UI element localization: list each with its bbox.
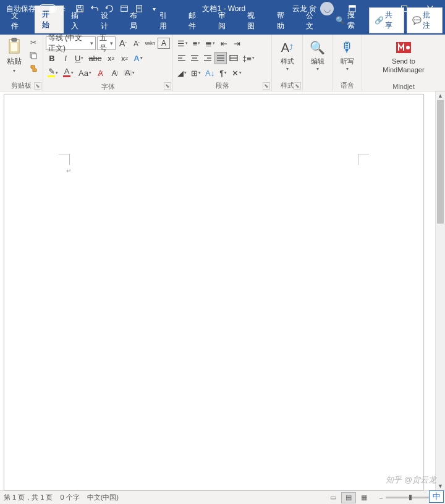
- comments-button[interactable]: 💬批注: [407, 7, 443, 33]
- save-icon[interactable]: [73, 2, 87, 15]
- distributed-icon[interactable]: [227, 52, 240, 64]
- text-effects-icon[interactable]: A▾: [132, 52, 144, 64]
- paragraph-mark-icon: ↵: [66, 167, 71, 174]
- show-marks-icon[interactable]: ¶▾: [217, 67, 229, 79]
- page-viewport[interactable]: ↵: [0, 91, 435, 490]
- launcher-icon[interactable]: ⬊: [294, 82, 301, 90]
- redo-icon[interactable]: [103, 2, 116, 15]
- group-clipboard: 粘贴 ▾ ✂ 剪贴板 ⬊: [0, 35, 43, 91]
- grow-font-icon[interactable]: Aˆ: [117, 37, 129, 49]
- shading-icon[interactable]: ◢▾: [176, 67, 189, 79]
- highlight-icon[interactable]: ✎▾: [46, 67, 60, 79]
- tab-review[interactable]: 审阅: [211, 7, 240, 35]
- bullets-icon[interactable]: ☰▾: [176, 37, 190, 49]
- clear-formatting-icon[interactable]: A̷: [95, 67, 107, 79]
- svg-rect-16: [11, 43, 18, 52]
- character-border-icon[interactable]: A: [158, 38, 170, 49]
- zoom-track[interactable]: [386, 497, 435, 498]
- decrease-indent-icon[interactable]: ⇤: [218, 37, 230, 49]
- chevron-down-icon: ▾: [346, 66, 349, 72]
- tab-mailings[interactable]: 邮件: [181, 7, 211, 35]
- cut-icon[interactable]: ✂: [27, 36, 40, 49]
- launcher-icon[interactable]: ⬊: [34, 82, 41, 90]
- tab-search[interactable]: 🔍 搜索: [328, 6, 369, 35]
- qat-btn-4[interactable]: [117, 2, 131, 15]
- tab-file[interactable]: 文件: [2, 7, 35, 35]
- read-mode-icon[interactable]: ▭: [326, 492, 341, 503]
- dictate-button[interactable]: 🎙 听写 ▾: [334, 36, 361, 72]
- svg-rect-2: [78, 9, 82, 12]
- status-language[interactable]: 中文(中国): [87, 493, 119, 502]
- format-painter-icon[interactable]: [27, 62, 40, 75]
- font-name-combo[interactable]: 等线 (中文正文)▾: [46, 36, 96, 50]
- print-layout-icon[interactable]: ▤: [341, 492, 356, 503]
- send-to-mindmanager-button[interactable]: Send to MindManager: [376, 36, 431, 74]
- ime-badge[interactable]: 中: [429, 490, 444, 503]
- asian-layout-icon[interactable]: ✕▾: [230, 67, 244, 79]
- chevron-down-icon: ▾: [316, 66, 319, 72]
- qat-btn-5[interactable]: [132, 2, 146, 15]
- scroll-up-icon[interactable]: ▲: [436, 91, 445, 100]
- status-word-count[interactable]: 0 个字: [60, 493, 79, 502]
- group-label-mindjet: Mindjet: [365, 82, 443, 91]
- status-page[interactable]: 第 1 页，共 1 页: [4, 493, 53, 502]
- subscript-button[interactable]: x2: [104, 52, 117, 64]
- align-left-icon[interactable]: [176, 52, 188, 64]
- web-layout-icon[interactable]: ▦: [357, 492, 371, 503]
- margin-corner-tl: [59, 154, 70, 165]
- mindmanager-icon: [395, 39, 412, 56]
- shrink-font-icon[interactable]: Aˇ: [130, 37, 143, 49]
- qat-customize-icon[interactable]: ▾: [147, 2, 161, 15]
- font-size-combo[interactable]: 五号▾: [97, 36, 116, 50]
- ribbon: 粘贴 ▾ ✂ 剪贴板 ⬊ 等线 (中文正文)▾ 五号▾ Aˆ Aˇ wén A: [0, 35, 445, 91]
- font-color-icon[interactable]: A▾: [61, 67, 75, 79]
- superscript-button[interactable]: x2: [118, 52, 130, 64]
- align-right-icon[interactable]: [201, 52, 214, 64]
- increase-indent-icon[interactable]: ⇥: [231, 37, 243, 49]
- italic-button[interactable]: I: [59, 52, 72, 64]
- launcher-icon[interactable]: ⬊: [263, 82, 270, 90]
- phonetic-guide-icon[interactable]: wén: [144, 37, 156, 49]
- page[interactable]: ↵: [4, 94, 424, 490]
- underline-button[interactable]: U▾: [73, 52, 85, 64]
- paste-label: 粘贴: [7, 56, 22, 67]
- copy-icon[interactable]: [27, 49, 40, 62]
- zoom-thumb[interactable]: [409, 495, 412, 500]
- tab-office[interactable]: 公文: [299, 7, 328, 35]
- strikethrough-button[interactable]: abc: [87, 52, 103, 64]
- search-label: 搜索: [347, 10, 362, 31]
- multilevel-list-icon[interactable]: ≣▾: [203, 37, 217, 49]
- change-case-icon[interactable]: Aa▾: [77, 67, 93, 79]
- zoom-out-icon[interactable]: −: [379, 494, 383, 502]
- chevron-down-icon: ▾: [13, 68, 15, 74]
- tab-view[interactable]: 视图: [240, 7, 269, 35]
- enclose-characters-icon[interactable]: A⃝: [108, 67, 121, 79]
- status-bar: 第 1 页，共 1 页 0 个字 中文(中国) ▭ ▤ ▦ − +: [0, 490, 445, 504]
- numbering-icon[interactable]: ≡▾: [190, 37, 203, 49]
- launcher-icon[interactable]: ⬊: [164, 82, 171, 90]
- watermark-text: 知乎 @贠云龙: [386, 474, 436, 485]
- justify-icon[interactable]: [214, 52, 227, 64]
- tab-help[interactable]: 帮助: [269, 7, 299, 35]
- scroll-down-icon[interactable]: ▼: [436, 482, 445, 490]
- editing-button[interactable]: 🔍 编辑 ▾: [304, 36, 331, 72]
- bold-button[interactable]: B: [46, 52, 58, 64]
- vertical-scrollbar[interactable]: ▲ ▼: [435, 91, 445, 490]
- undo-icon[interactable]: [88, 2, 101, 15]
- styles-button[interactable]: A⤴ 样式 ▾: [274, 36, 301, 72]
- scrollbar-thumb[interactable]: [437, 100, 444, 224]
- svg-rect-18: [32, 54, 36, 59]
- paste-button[interactable]: 粘贴 ▾: [2, 36, 25, 75]
- line-spacing-icon[interactable]: ‡≡▾: [240, 52, 256, 64]
- margin-corner-tr: [358, 154, 369, 165]
- group-font: 等线 (中文正文)▾ 五号▾ Aˆ Aˇ wén A B I U▾ abc x2…: [43, 35, 173, 91]
- sort-icon[interactable]: A↓: [203, 67, 216, 79]
- borders-icon[interactable]: ⊞▾: [189, 67, 203, 79]
- character-shading-icon[interactable]: A▾: [122, 67, 137, 79]
- microphone-icon: 🎙: [341, 39, 354, 56]
- group-label-editing: [305, 82, 329, 91]
- group-paragraph: ☰▾ ≡▾ ≣▾ ⇤ ⇥ ‡≡▾ ◢▾ ⊞▾ A↓: [173, 35, 272, 91]
- share-button[interactable]: 🔗共享: [369, 7, 405, 33]
- group-label-paragraph: 段落: [176, 80, 269, 91]
- align-center-icon[interactable]: [189, 52, 201, 64]
